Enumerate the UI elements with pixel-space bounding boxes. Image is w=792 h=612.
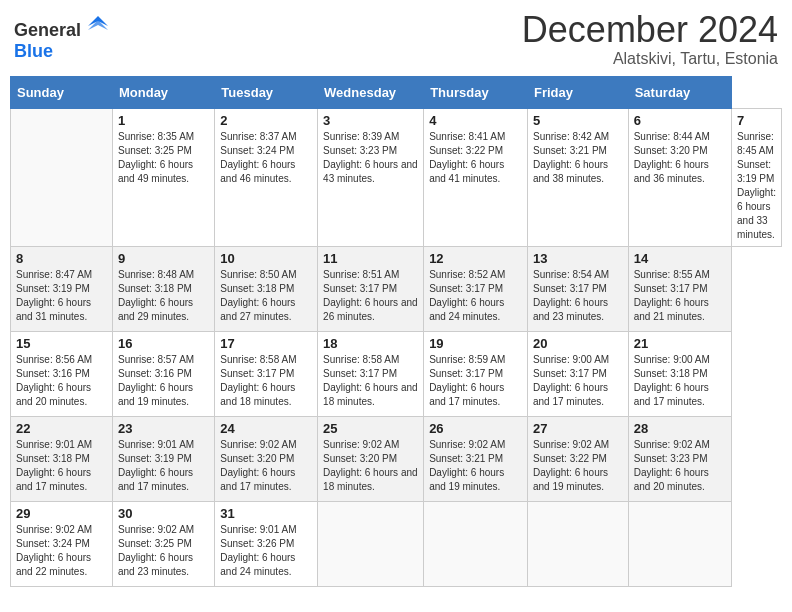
day-number: 11 [323, 251, 418, 266]
day-detail: Sunrise: 8:58 AMSunset: 3:17 PMDaylight:… [220, 353, 312, 409]
day-detail: Sunrise: 8:39 AMSunset: 3:23 PMDaylight:… [323, 130, 418, 186]
logo-blue: Blue [14, 41, 53, 61]
day-number: 1 [118, 113, 209, 128]
day-number: 13 [533, 251, 623, 266]
day-cell-23: 23 Sunrise: 9:01 AMSunset: 3:19 PMDaylig… [112, 416, 214, 501]
day-number: 16 [118, 336, 209, 351]
day-number: 27 [533, 421, 623, 436]
day-detail: Sunrise: 8:35 AMSunset: 3:25 PMDaylight:… [118, 130, 209, 186]
day-cell-8: 8 Sunrise: 8:47 AMSunset: 3:19 PMDayligh… [11, 246, 113, 331]
day-number: 12 [429, 251, 522, 266]
day-cell-31: 31 Sunrise: 9:01 AMSunset: 3:26 PMDaylig… [215, 501, 318, 586]
day-detail: Sunrise: 9:00 AMSunset: 3:18 PMDaylight:… [634, 353, 726, 409]
month-title: December 2024 [522, 10, 778, 50]
day-number: 30 [118, 506, 209, 521]
day-cell-12: 12 Sunrise: 8:52 AMSunset: 3:17 PMDaylig… [424, 246, 528, 331]
day-detail: Sunrise: 8:58 AMSunset: 3:17 PMDaylight:… [323, 353, 418, 409]
day-cell-11: 11 Sunrise: 8:51 AMSunset: 3:17 PMDaylig… [318, 246, 424, 331]
page-header: General Blue December 2024 Alatskivi, Ta… [10, 10, 782, 68]
column-header-sunday: Sunday [11, 76, 113, 108]
day-number: 3 [323, 113, 418, 128]
day-number: 4 [429, 113, 522, 128]
calendar-table: SundayMondayTuesdayWednesdayThursdayFrid… [10, 76, 782, 587]
day-detail: Sunrise: 9:02 AMSunset: 3:20 PMDaylight:… [323, 438, 418, 494]
day-cell-19: 19 Sunrise: 8:59 AMSunset: 3:17 PMDaylig… [424, 331, 528, 416]
day-detail: Sunrise: 9:02 AMSunset: 3:23 PMDaylight:… [634, 438, 726, 494]
day-cell-17: 17 Sunrise: 8:58 AMSunset: 3:17 PMDaylig… [215, 331, 318, 416]
day-detail: Sunrise: 8:45 AMSunset: 3:19 PMDaylight:… [737, 130, 776, 242]
day-number: 22 [16, 421, 107, 436]
day-number: 24 [220, 421, 312, 436]
day-detail: Sunrise: 9:01 AMSunset: 3:26 PMDaylight:… [220, 523, 312, 579]
day-number: 8 [16, 251, 107, 266]
day-number: 25 [323, 421, 418, 436]
logo-general: General [14, 20, 81, 40]
day-number: 7 [737, 113, 776, 128]
day-detail: Sunrise: 8:51 AMSunset: 3:17 PMDaylight:… [323, 268, 418, 324]
day-number: 14 [634, 251, 726, 266]
day-number: 28 [634, 421, 726, 436]
column-header-tuesday: Tuesday [215, 76, 318, 108]
day-detail: Sunrise: 8:44 AMSunset: 3:20 PMDaylight:… [634, 130, 726, 186]
svg-marker-1 [88, 20, 108, 30]
day-cell-9: 9 Sunrise: 8:48 AMSunset: 3:18 PMDayligh… [112, 246, 214, 331]
day-detail: Sunrise: 8:48 AMSunset: 3:18 PMDaylight:… [118, 268, 209, 324]
day-number: 15 [16, 336, 107, 351]
day-detail: Sunrise: 9:02 AMSunset: 3:20 PMDaylight:… [220, 438, 312, 494]
day-number: 9 [118, 251, 209, 266]
day-cell-14: 14 Sunrise: 8:55 AMSunset: 3:17 PMDaylig… [628, 246, 731, 331]
day-detail: Sunrise: 8:37 AMSunset: 3:24 PMDaylight:… [220, 130, 312, 186]
day-number: 29 [16, 506, 107, 521]
day-number: 31 [220, 506, 312, 521]
day-detail: Sunrise: 8:57 AMSunset: 3:16 PMDaylight:… [118, 353, 209, 409]
empty-cell [11, 108, 113, 246]
week-row-5: 29 Sunrise: 9:02 AMSunset: 3:24 PMDaylig… [11, 501, 782, 586]
day-cell-26: 26 Sunrise: 9:02 AMSunset: 3:21 PMDaylig… [424, 416, 528, 501]
empty-day-cell [424, 501, 528, 586]
day-detail: Sunrise: 8:50 AMSunset: 3:18 PMDaylight:… [220, 268, 312, 324]
day-detail: Sunrise: 8:56 AMSunset: 3:16 PMDaylight:… [16, 353, 107, 409]
day-detail: Sunrise: 8:55 AMSunset: 3:17 PMDaylight:… [634, 268, 726, 324]
day-cell-15: 15 Sunrise: 8:56 AMSunset: 3:16 PMDaylig… [11, 331, 113, 416]
day-cell-20: 20 Sunrise: 9:00 AMSunset: 3:17 PMDaylig… [527, 331, 628, 416]
day-cell-2: 2 Sunrise: 8:37 AMSunset: 3:24 PMDayligh… [215, 108, 318, 246]
day-cell-30: 30 Sunrise: 9:02 AMSunset: 3:25 PMDaylig… [112, 501, 214, 586]
day-cell-28: 28 Sunrise: 9:02 AMSunset: 3:23 PMDaylig… [628, 416, 731, 501]
day-number: 6 [634, 113, 726, 128]
day-detail: Sunrise: 8:41 AMSunset: 3:22 PMDaylight:… [429, 130, 522, 186]
day-number: 2 [220, 113, 312, 128]
logo: General Blue [14, 16, 108, 62]
day-cell-24: 24 Sunrise: 9:02 AMSunset: 3:20 PMDaylig… [215, 416, 318, 501]
column-header-monday: Monday [112, 76, 214, 108]
day-detail: Sunrise: 8:52 AMSunset: 3:17 PMDaylight:… [429, 268, 522, 324]
week-row-4: 22 Sunrise: 9:01 AMSunset: 3:18 PMDaylig… [11, 416, 782, 501]
day-detail: Sunrise: 8:59 AMSunset: 3:17 PMDaylight:… [429, 353, 522, 409]
day-number: 26 [429, 421, 522, 436]
day-number: 19 [429, 336, 522, 351]
empty-day-cell [628, 501, 731, 586]
day-detail: Sunrise: 9:02 AMSunset: 3:24 PMDaylight:… [16, 523, 107, 579]
day-number: 20 [533, 336, 623, 351]
day-number: 10 [220, 251, 312, 266]
day-number: 17 [220, 336, 312, 351]
column-header-saturday: Saturday [628, 76, 731, 108]
title-block: December 2024 Alatskivi, Tartu, Estonia [522, 10, 778, 68]
day-detail: Sunrise: 9:02 AMSunset: 3:25 PMDaylight:… [118, 523, 209, 579]
day-cell-29: 29 Sunrise: 9:02 AMSunset: 3:24 PMDaylig… [11, 501, 113, 586]
location-subtitle: Alatskivi, Tartu, Estonia [522, 50, 778, 68]
day-cell-27: 27 Sunrise: 9:02 AMSunset: 3:22 PMDaylig… [527, 416, 628, 501]
week-row-3: 15 Sunrise: 8:56 AMSunset: 3:16 PMDaylig… [11, 331, 782, 416]
calendar-header-row: SundayMondayTuesdayWednesdayThursdayFrid… [11, 76, 782, 108]
column-header-friday: Friday [527, 76, 628, 108]
day-cell-3: 3 Sunrise: 8:39 AMSunset: 3:23 PMDayligh… [318, 108, 424, 246]
day-cell-21: 21 Sunrise: 9:00 AMSunset: 3:18 PMDaylig… [628, 331, 731, 416]
day-cell-5: 5 Sunrise: 8:42 AMSunset: 3:21 PMDayligh… [527, 108, 628, 246]
day-detail: Sunrise: 9:02 AMSunset: 3:21 PMDaylight:… [429, 438, 522, 494]
day-cell-25: 25 Sunrise: 9:02 AMSunset: 3:20 PMDaylig… [318, 416, 424, 501]
day-cell-22: 22 Sunrise: 9:01 AMSunset: 3:18 PMDaylig… [11, 416, 113, 501]
day-cell-10: 10 Sunrise: 8:50 AMSunset: 3:18 PMDaylig… [215, 246, 318, 331]
logo-text: General Blue [14, 16, 108, 62]
day-cell-6: 6 Sunrise: 8:44 AMSunset: 3:20 PMDayligh… [628, 108, 731, 246]
week-row-2: 8 Sunrise: 8:47 AMSunset: 3:19 PMDayligh… [11, 246, 782, 331]
day-cell-16: 16 Sunrise: 8:57 AMSunset: 3:16 PMDaylig… [112, 331, 214, 416]
